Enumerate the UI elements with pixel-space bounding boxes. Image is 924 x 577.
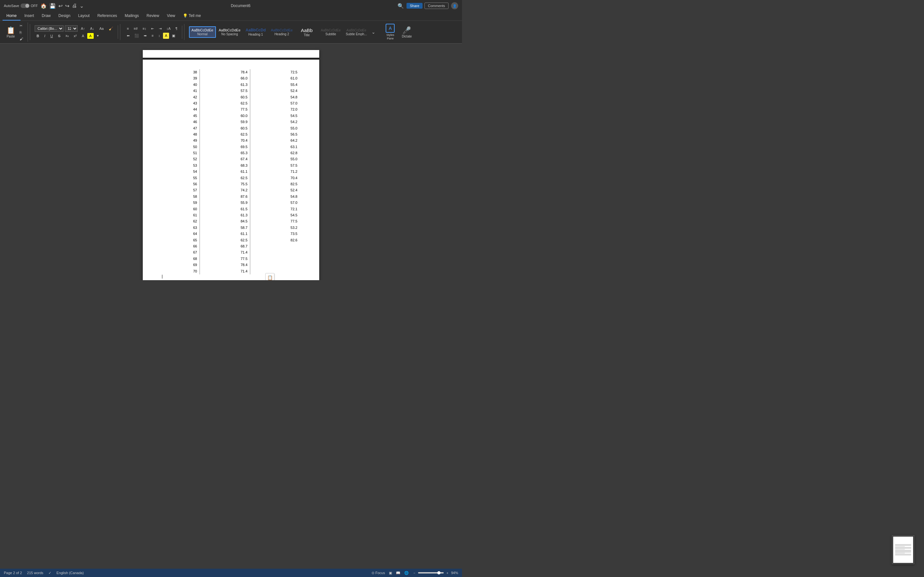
table-cell: 55 <box>162 175 200 181</box>
search-icon[interactable]: 🔍 <box>397 3 404 9</box>
print-icon[interactable]: 🖨 <box>72 3 77 9</box>
autosave-pill[interactable] <box>21 3 29 8</box>
table-cell: 38 <box>162 69 200 75</box>
text-color-button[interactable]: A <box>80 33 86 39</box>
paste-group: 📋 Paste ✂ ⎘ 🖌 <box>3 23 28 42</box>
highlight-button[interactable]: A <box>87 33 94 39</box>
tab-references[interactable]: References <box>94 11 121 21</box>
table-cell: 70 <box>162 268 200 274</box>
table-row: 5267.455.0 <box>162 156 300 162</box>
strikethrough-button[interactable]: S <box>56 33 62 39</box>
table-cell: 57.5 <box>200 88 250 94</box>
font-color-dropdown[interactable]: ▾ <box>95 33 101 39</box>
decrease-indent-button[interactable]: ⇤ <box>149 26 156 32</box>
table-cell: 77.5 <box>200 256 250 262</box>
tab-design[interactable]: Design <box>55 11 74 21</box>
align-center-button[interactable]: ⬛ <box>132 33 141 39</box>
table-row: 4760.555.0 <box>162 125 300 131</box>
superscript-button[interactable]: x² <box>72 33 79 39</box>
format-painter-button[interactable]: 🖌 <box>18 36 25 42</box>
more-icon[interactable]: ⌄ <box>79 3 84 9</box>
table-cell: 64 <box>162 231 200 237</box>
table-row: 4560.054.5 <box>162 113 300 119</box>
styles-more-button[interactable]: ⌄ <box>370 29 377 35</box>
document-page[interactable]: 3878.472.53966.061.04061.355.44157.552.4… <box>143 50 319 280</box>
dictate-button[interactable]: 🎤 Dictate <box>401 25 413 39</box>
subscript-button[interactable]: x₂ <box>63 33 71 39</box>
decrease-font-button[interactable]: A↓ <box>88 26 96 31</box>
cut-button[interactable]: ✂ <box>18 23 25 29</box>
bullets-button[interactable]: ≡ <box>125 26 131 32</box>
bold-button[interactable]: B <box>35 33 41 39</box>
align-left-button[interactable]: ⬅ <box>125 33 132 39</box>
tab-draw[interactable]: Draw <box>38 11 55 21</box>
style-heading2[interactable]: AaBbCcDdEe Heading 2 <box>268 27 295 37</box>
table-cell: 70.4 <box>250 175 300 181</box>
sort-button[interactable]: ↕A <box>165 26 173 32</box>
table-cell: 54.5 <box>250 113 300 119</box>
title-bar: AutoSave OFF 🏠 💾 ↩ ↪ 🖨 ⌄ Document6 🔍 Sha… <box>0 0 462 11</box>
table-cell: 64.2 <box>250 137 300 143</box>
font-size-selector[interactable]: 12 <box>65 25 78 32</box>
table-cell: 45 <box>162 113 200 119</box>
table-cell: 58 <box>162 193 200 200</box>
multi-level-list-button[interactable]: ≡↕ <box>141 26 148 32</box>
save-icon[interactable]: 💾 <box>49 3 56 9</box>
table-row: 4260.554.8 <box>162 94 300 100</box>
table-cell: 40 <box>162 82 200 88</box>
share-button[interactable]: Share <box>407 3 422 9</box>
style-title[interactable]: AaBb Title <box>296 26 318 39</box>
increase-indent-button[interactable]: ⇥ <box>157 26 164 32</box>
tab-tell-me[interactable]: 💡 Tell me <box>179 11 205 21</box>
italic-button[interactable]: I <box>42 33 47 39</box>
font-selector[interactable]: Calibri (Bo... <box>35 25 63 32</box>
case-button[interactable]: Aa <box>97 26 105 31</box>
style-subtle-emph-label: Subtle Emph... <box>346 32 367 36</box>
tab-review[interactable]: Review <box>143 11 163 21</box>
paste-button[interactable]: 📋 Paste <box>5 26 16 39</box>
justify-button[interactable]: ≡ <box>150 33 155 39</box>
table-cell: 39 <box>162 75 200 81</box>
styles-pane-button[interactable]: A StylesPane <box>382 23 399 42</box>
table-cell: 56.5 <box>250 131 300 137</box>
undo-icon[interactable]: ↩ <box>58 3 63 9</box>
autosave-toggle[interactable]: AutoSave OFF <box>4 3 38 8</box>
line-spacing-button[interactable]: ↕ <box>157 33 162 39</box>
style-heading1[interactable]: AaBbCcDd Heading 1 <box>244 26 268 38</box>
numbered-list-button[interactable]: ≡# <box>132 26 140 32</box>
tab-view[interactable]: View <box>163 11 179 21</box>
dictate-icon: 🎤 <box>402 26 411 35</box>
tab-insert[interactable]: Insert <box>21 11 38 21</box>
table-cell: 57.0 <box>250 100 300 106</box>
style-subtle-emph[interactable]: AaBbCcDdEe Subtle Emph... <box>344 27 369 37</box>
home-icon[interactable]: 🏠 <box>40 3 47 9</box>
tab-home[interactable]: Home <box>3 11 21 21</box>
table-cell: 55.0 <box>250 125 300 131</box>
table-row: 7071.4 <box>162 268 300 274</box>
increase-font-button[interactable]: A↑ <box>79 26 87 31</box>
style-subtitle[interactable]: AaBbCcDdEe Subtitle <box>318 27 343 37</box>
underline-button[interactable]: U <box>48 33 55 39</box>
page-header-band <box>143 50 319 58</box>
tab-mailings[interactable]: Mailings <box>121 11 143 21</box>
comments-button[interactable]: Comments <box>425 3 449 9</box>
table-cell: 78.4 <box>200 69 250 75</box>
tab-layout[interactable]: Layout <box>74 11 94 21</box>
styles-group: AaBbCcDdEe Normal AaBbCcDdEe No Spacing … <box>186 23 380 42</box>
paste-popup-icon[interactable]: 📋 <box>265 273 274 280</box>
style-heading2-sample: AaBbCcDdEe <box>271 28 292 32</box>
style-normal[interactable]: AaBbCcDdEe Normal <box>189 26 216 38</box>
table-row: 6668.7 <box>162 243 300 250</box>
shading-button[interactable]: A <box>163 33 169 39</box>
borders-button[interactable]: ▣ <box>170 33 177 39</box>
align-right-button[interactable]: ➡ <box>142 33 149 39</box>
table-cell: 75.5 <box>200 181 250 187</box>
show-para-button[interactable]: ¶ <box>174 26 179 32</box>
table-row: 4061.355.4 <box>162 82 300 88</box>
style-no-spacing[interactable]: AaBbCcDdEe No Spacing <box>216 27 243 37</box>
avatar[interactable]: 👤 <box>451 2 458 9</box>
clear-format-button[interactable]: 🧹 <box>107 26 115 32</box>
style-heading1-sample: AaBbCcDd <box>246 28 266 32</box>
copy-button[interactable]: ⎘ <box>18 29 25 35</box>
redo-icon[interactable]: ↪ <box>65 3 69 9</box>
